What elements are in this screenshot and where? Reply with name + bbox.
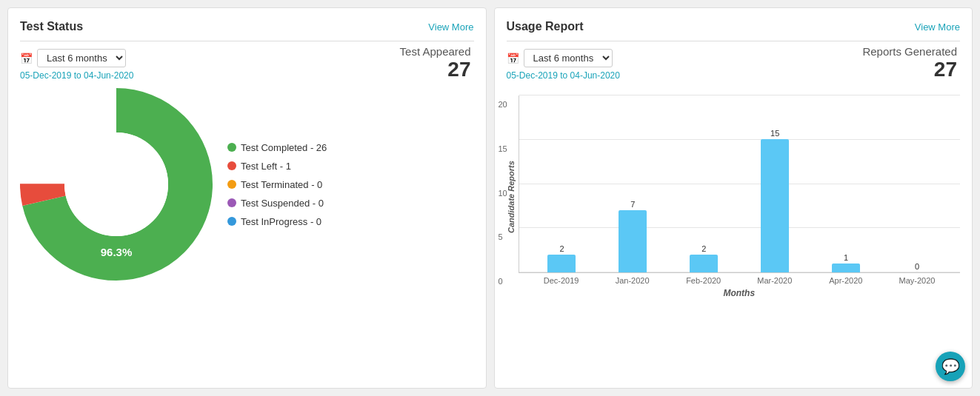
legend-dot-terminated <box>227 180 236 189</box>
y-axis-label: Candidate Reports <box>507 95 516 298</box>
bar <box>547 255 576 272</box>
test-appeared-label: Test Appeared <box>400 45 471 58</box>
legend-label-inprogress: Test InProgress - 0 <box>241 216 321 227</box>
y-tick-20: 20 <box>499 100 507 109</box>
legend-label-terminated: Test Terminated - 0 <box>241 179 322 190</box>
bar-group: 2 <box>527 244 598 272</box>
legend-item-completed: Test Completed - 26 <box>227 142 327 153</box>
x-axis-title: Months <box>519 288 961 298</box>
legend-item-suspended: Test Suspended - 0 <box>227 198 327 209</box>
legend-label-suspended: Test Suspended - 0 <box>241 198 324 209</box>
legend-item-inprogress: Test InProgress - 0 <box>227 216 327 227</box>
legend-label-left: Test Left - 1 <box>241 161 291 172</box>
usage-report-title: Usage Report <box>507 20 584 33</box>
bar-group: 1 <box>810 253 881 272</box>
x-tick: Apr-2020 <box>810 276 881 285</box>
usage-report-view-more[interactable]: View More <box>915 21 960 33</box>
legend-label-completed: Test Completed - 26 <box>241 142 327 153</box>
usage-report-card: Usage Report View More 📅 Last 6 monthsLa… <box>494 7 973 389</box>
reports-generated-stat: Reports Generated 27 <box>862 45 957 81</box>
donut-chart-area: 96.3% Test Completed - 26 Test Left - 1 … <box>20 88 474 281</box>
usage-report-filter-select[interactable]: Last 6 monthsLast 3 monthsLast monthLast… <box>524 49 613 67</box>
bar-group: 2 <box>668 244 739 272</box>
x-tick: Mar-2020 <box>739 276 810 285</box>
donut-legend: Test Completed - 26 Test Left - 1 Test T… <box>227 142 327 227</box>
reports-generated-label: Reports Generated <box>862 45 957 58</box>
calendar-icon: 📅 <box>20 53 33 64</box>
test-appeared-value: 27 <box>400 58 471 81</box>
test-status-filter-select[interactable]: Last 6 monthsLast 3 monthsLast monthLast… <box>37 49 126 67</box>
legend-dot-suspended <box>227 198 236 207</box>
bar <box>761 139 789 272</box>
bar-value-label: 2 <box>559 244 564 253</box>
legend-dot-left <box>227 161 236 170</box>
chat-bubble[interactable]: 💬 <box>936 352 965 381</box>
bar <box>619 210 647 272</box>
donut-chart: 96.3% <box>20 88 213 281</box>
bars-container: 2721510 <box>527 95 953 272</box>
bar-value-label: 2 <box>701 244 706 253</box>
bar-chart-wrapper: Candidate Reports 20 15 10 <box>507 95 961 298</box>
y-tick-0: 0 <box>499 277 503 286</box>
usage-calendar-icon: 📅 <box>507 53 519 64</box>
y-tick-5: 5 <box>499 232 503 241</box>
y-tick-10: 10 <box>499 189 507 198</box>
svg-point-2 <box>64 132 168 236</box>
test-status-header: Test Status View More <box>20 20 474 41</box>
x-tick: Dec-2019 <box>526 276 597 285</box>
bar-value-label: 0 <box>915 262 919 271</box>
x-axis-labels: Dec-2019Jan-2020Feb-2020Mar-2020Apr-2020… <box>526 273 953 285</box>
bar-chart-area: 20 15 10 5 0 <box>519 95 961 298</box>
bar <box>832 264 860 272</box>
x-tick: Feb-2020 <box>668 276 739 285</box>
legend-item-left: Test Left - 1 <box>227 161 327 172</box>
test-status-title: Test Status <box>20 20 83 33</box>
legend-dot-inprogress <box>227 217 236 226</box>
bar <box>690 255 718 272</box>
chart-grid: 20 15 10 5 0 <box>519 95 961 273</box>
legend-item-terminated: Test Terminated - 0 <box>227 179 327 190</box>
x-tick: Jan-2020 <box>597 276 668 285</box>
test-status-card: Test Status View More 📅 Last 6 monthsLas… <box>7 7 487 389</box>
bar-group: 0 <box>881 262 953 272</box>
test-appeared-stat: Test Appeared 27 <box>400 45 471 81</box>
test-status-view-more[interactable]: View More <box>428 21 473 33</box>
bar-value-label: 15 <box>770 129 779 138</box>
x-tick: May-2020 <box>881 276 953 285</box>
dashboard: Test Status View More 📅 Last 6 monthsLas… <box>0 0 980 396</box>
usage-report-header: Usage Report View More <box>507 20 961 41</box>
legend-dot-completed <box>227 143 236 152</box>
bar-group: 15 <box>739 129 810 272</box>
reports-generated-value: 27 <box>862 58 957 81</box>
bar-value-label: 7 <box>630 200 635 209</box>
bar-group: 7 <box>597 200 668 272</box>
bar-value-label: 1 <box>844 253 848 262</box>
y-tick-15: 15 <box>499 144 507 153</box>
